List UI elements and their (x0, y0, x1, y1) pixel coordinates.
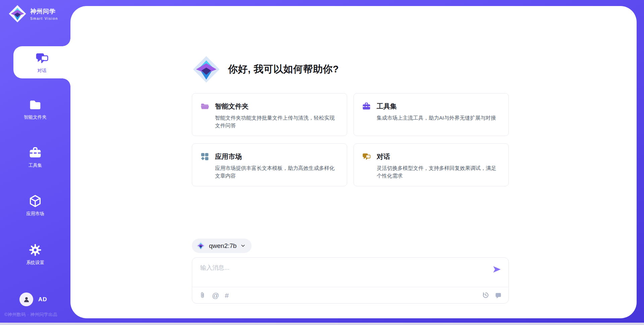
app-subtitle: Smart Vision (30, 16, 58, 20)
sidebar-item-toolset[interactable]: 工具集 (0, 146, 70, 169)
sidebar-item-label: 工具集 (29, 162, 42, 169)
main-panel: 你好, 我可以如何帮助你? 智能文件夹 智能文件夹功能支持批量文件上传与清洗，轻… (70, 6, 637, 318)
greeting: 你好, 我可以如何帮助你? (192, 55, 509, 84)
sidebar-item-settings[interactable]: 系统设置 (0, 243, 70, 266)
toolbox-icon (29, 146, 42, 159)
chevron-down-icon (240, 243, 246, 249)
user-name: AD (38, 296, 47, 303)
sidebar-item-label: 应用市场 (26, 211, 44, 217)
card-description: 智能文件夹功能支持批量文件上传与清洗，轻松实现文件问答 (215, 114, 339, 129)
composer-toolbar: @ # (192, 287, 508, 303)
hashtag-icon[interactable]: # (225, 292, 229, 299)
card-title: 应用市场 (215, 152, 242, 161)
gem-logo-icon (8, 4, 27, 23)
card-title: 智能文件夹 (215, 102, 249, 111)
folder-icon (29, 98, 42, 111)
card-smart-folder[interactable]: 智能文件夹 智能文件夹功能支持批量文件上传与清洗，轻松实现文件问答 (192, 93, 347, 136)
model-selector[interactable]: qwen2:7b (192, 239, 252, 253)
card-description: 应用市场提供丰富长文本模板，助力高效生成多样化文章内容 (215, 164, 339, 180)
sidebar-item-app-market[interactable]: 应用市场 (0, 194, 70, 217)
person-icon (22, 296, 31, 304)
history-icon[interactable] (482, 291, 489, 299)
sidebar-item-smart-folder[interactable]: 智能文件夹 (0, 98, 70, 120)
card-chat[interactable]: 对话 灵活切换多模型文件，支持多样回复效果调试，满足个性化需求 (354, 143, 509, 186)
send-button[interactable] (492, 265, 501, 274)
open-folder-icon (200, 102, 209, 111)
card-app-market[interactable]: 应用市场 应用市场提供丰富长文本模板，助力高效生成多样化文章内容 (192, 143, 347, 186)
mention-icon[interactable]: @ (212, 292, 219, 299)
message-composer: @ # (192, 257, 509, 304)
sidebar-item-chat[interactable]: 对话 (13, 46, 70, 78)
avatar (19, 292, 33, 306)
gear-icon (29, 243, 42, 257)
attachment-icon[interactable] (199, 291, 206, 299)
card-description: 集成市场上主流工具，助力AI与外界无缝扩展与对接 (377, 114, 500, 122)
sidebar: 神州问学 Smart Vision 对话 智能文件夹 工具集 (0, 0, 70, 325)
chat-icon (362, 152, 371, 161)
sidebar-item-label: 系统设置 (26, 260, 44, 266)
user-profile[interactable]: AD (19, 292, 47, 306)
cube-icon (29, 194, 42, 208)
card-title: 工具集 (377, 102, 397, 111)
app-name: 神州问学 (30, 7, 58, 15)
sidebar-item-label: 对话 (38, 68, 47, 74)
gem-logo-icon (192, 55, 221, 84)
gem-logo-icon (196, 241, 205, 250)
greeting-title: 你好, 我可以如何帮助你? (228, 63, 339, 76)
card-title: 对话 (377, 152, 390, 161)
toolbox-icon (362, 102, 371, 111)
chat-icon (35, 51, 49, 65)
card-description: 灵活切换多模型文件，支持多样回复效果调试，满足个性化需求 (377, 164, 500, 180)
app-logo: 神州问学 Smart Vision (8, 4, 58, 23)
send-icon (492, 265, 501, 274)
card-toolset[interactable]: 工具集 集成市场上主流工具，助力AI与外界无缝扩展与对接 (354, 93, 509, 136)
app-grid-icon (200, 152, 209, 161)
model-selector-value: qwen2:7b (209, 242, 236, 250)
message-input[interactable] (200, 264, 485, 283)
page-bottom-strip (0, 323, 644, 325)
copyright-text: ©神州数码 · 神州问学出品 (4, 312, 57, 318)
chat-history-icon[interactable] (494, 291, 502, 299)
sidebar-item-label: 智能文件夹 (24, 114, 47, 120)
